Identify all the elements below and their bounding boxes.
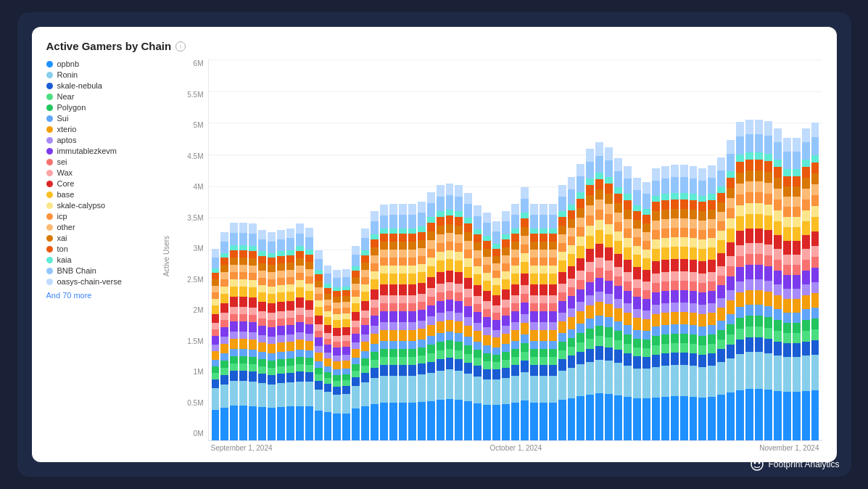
bar-segment (633, 369, 641, 398)
bar-segment (708, 313, 716, 325)
bar-segment (268, 368, 276, 375)
bar-segment (342, 380, 350, 386)
bar-segment (464, 401, 472, 440)
legend-label: immutablezkevm (57, 147, 117, 155)
bar-segment (239, 245, 247, 250)
bar-segment (324, 311, 332, 317)
bar-segment (220, 242, 228, 253)
bar-segment (521, 218, 529, 227)
legend: opbnbRoninskale-nebulaNearPolygonSuixter… (46, 59, 173, 452)
bar-segment (595, 173, 603, 179)
bar-segment (305, 269, 313, 276)
bar-segment (305, 358, 313, 365)
bar-segment (399, 274, 407, 284)
legend-dot (46, 94, 53, 100)
bar-segment (492, 369, 500, 379)
bar-segment (764, 244, 772, 255)
bar-segment (586, 395, 594, 440)
bar-segment (530, 403, 538, 440)
bar-segment (427, 192, 435, 203)
bar-segment (361, 301, 369, 311)
bar-segment (633, 288, 641, 297)
bar-segment (427, 249, 435, 258)
bar-segment (774, 128, 782, 142)
legend-label: Sui (57, 114, 69, 123)
bar-segment (811, 231, 819, 246)
bar-segment (427, 401, 435, 440)
bar-segment (455, 400, 463, 440)
bar-segment (793, 207, 801, 217)
bar-segment (408, 349, 416, 357)
bar-segment (642, 348, 650, 357)
bar-segment (802, 342, 810, 356)
bar-segment (361, 250, 369, 255)
y-axis-label: 1.5M (187, 337, 203, 345)
bar-segment (540, 284, 547, 295)
legend-more[interactable]: And 70 more (46, 291, 168, 300)
bar-segment (671, 177, 679, 193)
bar-segment (708, 334, 716, 344)
bar-segment (540, 204, 547, 215)
bar-segment (671, 343, 679, 353)
bar-segment (652, 230, 660, 239)
bar-segment (427, 240, 435, 249)
bar-segment (352, 358, 360, 364)
bar-segment (624, 313, 632, 325)
bar-segment (427, 266, 435, 277)
bar-segment (296, 297, 304, 308)
legend-dot (46, 202, 53, 209)
bar-segment (296, 266, 304, 273)
bar-segment (811, 390, 819, 440)
bar-segment (540, 349, 547, 357)
bar-segment (614, 321, 622, 331)
bar-segment (446, 340, 454, 349)
bar-segment (595, 244, 603, 258)
bar-segment (455, 217, 463, 226)
bar-segment (755, 203, 763, 214)
x-axis: September 1, 2024October 1, 2024November… (208, 444, 822, 452)
bar-stack (399, 204, 407, 440)
info-icon[interactable]: i (175, 41, 186, 52)
bar-segment (783, 207, 791, 217)
bar-segment (296, 287, 304, 297)
legend-label: base (57, 190, 75, 199)
bar-stack (352, 246, 360, 440)
bar-segment (427, 325, 435, 336)
bar-segment (633, 318, 641, 330)
bar-segment (633, 255, 641, 267)
bar-segment (511, 322, 519, 330)
bar-stack (755, 120, 763, 440)
bar-segment (389, 242, 397, 250)
bar-segment (708, 178, 716, 194)
bar-segment (530, 330, 538, 341)
bar-segment (511, 258, 519, 266)
bar-segment (380, 349, 388, 357)
bar-segment (671, 281, 679, 290)
bar-segment (220, 375, 228, 385)
bar-segment (661, 303, 669, 313)
bar-segment (474, 366, 481, 377)
bar-segment (511, 295, 519, 303)
bar-segment (352, 342, 360, 349)
bar-segment (642, 182, 650, 194)
bar-segment (540, 376, 547, 403)
legend-label: oasys-chain-verse (57, 277, 122, 286)
bar-segment (418, 248, 426, 256)
bar-segment (258, 311, 266, 319)
bar-segment (549, 330, 557, 341)
bar-segment (511, 365, 519, 376)
bar-segment (793, 313, 801, 323)
bar-segment (521, 361, 529, 372)
bar-segment (708, 344, 716, 353)
bar-segment (521, 213, 529, 218)
bar-segment (277, 285, 285, 292)
bar-segment (361, 311, 369, 318)
bar-stack (576, 164, 584, 440)
bar-segment (783, 227, 791, 241)
bar-segment (708, 229, 716, 238)
bar-stack (802, 128, 810, 440)
bar-segment (680, 209, 688, 218)
legend-item: xai (46, 234, 168, 242)
bar-segment (474, 234, 481, 242)
bar-segment (576, 192, 584, 199)
